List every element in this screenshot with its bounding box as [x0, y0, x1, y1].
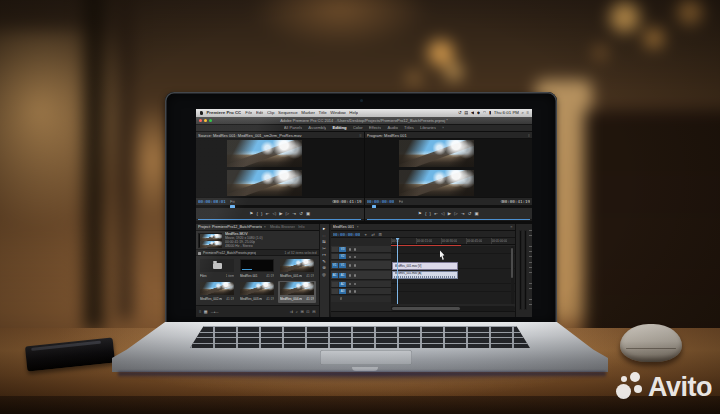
window-title-bar[interactable]: Adobe Premiere Pro CC 2014 - /Users/Desk… — [196, 117, 532, 125]
project-item-clip[interactable]: MedRes_001.mov 41:19 — [278, 258, 316, 280]
project-item-sequence[interactable]: MedRes 001 41:19 — [238, 258, 276, 280]
step-forward-icon[interactable]: ▷ — [454, 211, 457, 216]
source-patch-cell[interactable] — [332, 247, 338, 252]
linked-selection-icon[interactable]: ⇄ — [372, 231, 376, 238]
workspace-tab-all-panels[interactable]: All Panels — [284, 125, 303, 130]
track-target-a1[interactable]: A1 — [339, 273, 346, 278]
step-back-icon[interactable]: ◁ — [273, 211, 276, 216]
workspace-tab-color[interactable]: Color — [353, 125, 363, 130]
track-mute-icon[interactable] — [349, 290, 352, 293]
project-item-clip[interactable]: MedRes_002.mov 41:19 — [198, 281, 236, 303]
track-visibility-icon[interactable] — [354, 248, 357, 251]
menu-item-clip[interactable]: Clip — [267, 109, 275, 117]
display-icon[interactable]: ▤ — [464, 109, 468, 117]
go-to-out-icon[interactable]: ⇥ — [292, 211, 296, 216]
project-item-clip[interactable]: MedRes_003.mov 41:19 — [238, 281, 276, 303]
selection-tool-icon[interactable]: ▸ — [323, 226, 325, 231]
menu-item-window[interactable]: Window — [330, 109, 346, 117]
source-patch-v1[interactable]: V1 — [332, 263, 338, 268]
list-view-icon[interactable]: ≡ — [199, 309, 201, 314]
timeline-audio-clip[interactable]: MedRes_001.mov [A] — [392, 271, 458, 279]
hscroll-thumb[interactable] — [392, 307, 460, 310]
zoom-slider-icon[interactable]: —●— — [211, 310, 219, 314]
track-lock-icon[interactable] — [349, 264, 352, 267]
track-target-a3[interactable]: A3 — [339, 289, 346, 294]
panel-menu-icon[interactable]: ≡ — [528, 132, 530, 139]
spotlight-icon[interactable]: ⌕ — [521, 109, 523, 117]
timeline-video-clip[interactable]: MedRes_001.mov [V] — [392, 262, 458, 270]
panel-menu-icon[interactable]: ≡ — [359, 132, 361, 139]
hand-tool-icon[interactable]: ◎ — [322, 272, 326, 277]
project-panel-tab[interactable]: Project: PremierePro12_BatchPresets — [198, 224, 262, 230]
vscroll-thumb[interactable] — [511, 248, 513, 278]
track-target-a2[interactable]: A2 — [339, 282, 346, 287]
export-frame-icon[interactable]: ▣ — [306, 211, 310, 216]
project-item-folder[interactable]: Files 1 item — [198, 258, 236, 280]
zoom-tool-icon[interactable]: ⊕ — [322, 265, 326, 270]
apple-menu-icon[interactable] — [200, 111, 203, 115]
find-icon[interactable]: ⌕ — [296, 309, 298, 314]
track-solo-icon[interactable] — [354, 290, 357, 293]
slip-tool-icon[interactable]: ↦ — [322, 252, 326, 257]
tab-info[interactable]: Info — [298, 224, 304, 230]
step-forward-icon[interactable]: ▷ — [286, 211, 289, 216]
add-marker-icon[interactable]: ⚑ — [249, 211, 253, 216]
menu-item-file[interactable]: File — [245, 109, 252, 117]
go-to-out-icon[interactable]: ⇥ — [461, 211, 465, 216]
mark-in-icon[interactable]: { — [425, 211, 426, 216]
workspace-tab-audio[interactable]: Audio — [387, 125, 398, 130]
close-window-button[interactable] — [199, 119, 202, 122]
track-lock-icon[interactable] — [349, 256, 352, 259]
close-icon[interactable]: × — [357, 224, 359, 231]
menu-item-sequence[interactable]: Sequence — [278, 109, 298, 117]
timeline-settings-icon[interactable]: ⊞ — [379, 231, 383, 238]
track-visibility-icon[interactable] — [354, 264, 357, 267]
master-track-label[interactable]: M — [340, 296, 343, 302]
delete-icon[interactable]: ⊟ — [312, 309, 315, 314]
app-menu[interactable]: Premiere Pro CC — [206, 109, 241, 117]
panel-menu-icon[interactable]: ≡ — [510, 224, 512, 231]
source-patch-cell[interactable] — [332, 289, 338, 294]
menu-clock[interactable]: Thu 6:01 PM — [494, 109, 519, 117]
workspace-tab-titles[interactable]: Titles — [404, 125, 414, 130]
razor-tool-icon[interactable]: ✂ — [322, 246, 326, 251]
loop-icon[interactable]: ↺ — [468, 211, 472, 216]
go-to-in-icon[interactable]: ⇤ — [434, 211, 438, 216]
snap-icon[interactable]: ⌖ — [365, 231, 367, 238]
source-patch-a1[interactable]: A1 — [332, 273, 338, 278]
track-mute-icon[interactable] — [349, 274, 352, 277]
program-viewer[interactable] — [365, 139, 533, 198]
play-icon[interactable]: ▶ — [448, 211, 451, 216]
track-target-v3[interactable]: V3 — [339, 247, 346, 252]
mark-in-icon[interactable]: { — [256, 211, 257, 216]
automate-to-sequence-icon[interactable]: ⇉ — [290, 309, 293, 314]
mark-out-icon[interactable]: } — [430, 211, 431, 216]
close-icon[interactable]: × — [264, 224, 266, 230]
project-item-clip-selected[interactable]: MedRes_004.mov 41:19 — [278, 281, 316, 303]
menu-item-edit[interactable]: Edit — [256, 109, 264, 117]
track-solo-icon[interactable] — [354, 274, 357, 277]
play-icon[interactable]: ▶ — [279, 211, 282, 216]
zoom-window-button[interactable] — [209, 119, 212, 122]
mark-out-icon[interactable]: } — [261, 211, 262, 216]
step-back-icon[interactable]: ◁ — [441, 211, 444, 216]
new-item-icon[interactable]: ⊡ — [306, 309, 309, 314]
source-patch-cell[interactable] — [332, 254, 338, 259]
track-target-v1[interactable]: V1 — [339, 263, 346, 268]
go-to-in-icon[interactable]: ⇤ — [266, 211, 270, 216]
loop-icon[interactable]: ↺ — [299, 211, 303, 216]
new-bin-icon[interactable]: ⊞ — [300, 309, 303, 314]
source-patch-cell[interactable] — [332, 282, 338, 287]
wifi-icon[interactable]: ◠ — [483, 109, 487, 117]
timeline-timecode[interactable]: 00:00:00:00 — [333, 231, 361, 238]
export-frame-icon[interactable]: ▣ — [475, 211, 479, 216]
track-visibility-icon[interactable] — [354, 256, 357, 259]
battery-icon[interactable]: ▮ — [489, 109, 491, 117]
workspace-tab-editing[interactable]: Editing — [332, 125, 346, 130]
track-mute-icon[interactable] — [349, 283, 352, 286]
timeline-playhead[interactable] — [397, 238, 398, 304]
project-preview-thumbnail[interactable] — [198, 233, 222, 248]
workspace-tab-effects[interactable]: Effects — [369, 125, 382, 130]
tab-media-browser[interactable]: Media Browser — [270, 224, 295, 230]
minimize-window-button[interactable] — [204, 119, 207, 122]
